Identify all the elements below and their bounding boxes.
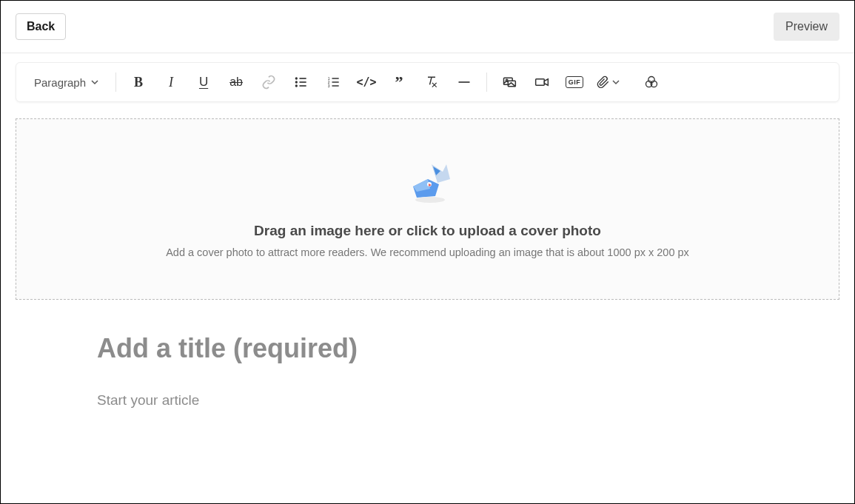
blockquote-button[interactable]: ” <box>384 69 414 95</box>
link-icon <box>261 75 276 90</box>
bullet-list-button[interactable] <box>286 69 316 95</box>
underline-icon: U <box>199 75 208 90</box>
bold-button[interactable]: B <box>124 69 153 95</box>
article-body-input[interactable] <box>97 392 758 441</box>
clear-formatting-button[interactable] <box>417 69 446 95</box>
toolbar-divider <box>486 73 487 92</box>
image-icon <box>502 75 517 90</box>
paragraph-style-dropdown[interactable]: Paragraph <box>25 72 108 93</box>
cover-photo-dropzone[interactable]: Drag an image here or click to upload a … <box>16 118 839 300</box>
insert-video-button[interactable] <box>527 69 557 95</box>
svg-point-0 <box>296 78 298 79</box>
strikethrough-icon: ab <box>229 75 243 89</box>
insert-gif-button[interactable]: GIF <box>560 69 589 95</box>
chevron-down-icon <box>90 78 99 87</box>
code-block-button[interactable]: </> <box>352 69 381 95</box>
strikethrough-button[interactable]: ab <box>221 69 251 95</box>
insert-image-button[interactable] <box>494 69 524 95</box>
bullet-list-icon <box>294 75 309 90</box>
back-button[interactable]: Back <box>16 13 66 40</box>
article-title-input[interactable] <box>97 333 758 364</box>
italic-icon: I <box>169 75 173 90</box>
link-button[interactable] <box>254 69 284 95</box>
svg-text:3: 3 <box>328 84 330 88</box>
upload-illustration <box>402 161 454 205</box>
clear-formatting-icon <box>424 75 439 90</box>
svg-point-2 <box>296 81 298 83</box>
page-header: Back Preview <box>1 1 854 53</box>
svg-marker-20 <box>432 164 450 183</box>
video-icon <box>534 75 549 90</box>
svg-rect-16 <box>536 79 545 85</box>
paperclip-icon <box>597 75 610 90</box>
numbered-list-button[interactable]: 1 2 3 <box>319 69 349 95</box>
cover-dropzone-title: Drag an image here or click to upload a … <box>254 223 601 239</box>
horizontal-rule-icon <box>457 75 472 90</box>
bold-icon: B <box>134 75 143 90</box>
gif-icon: GIF <box>566 76 584 88</box>
more-options-button[interactable] <box>637 69 666 95</box>
horizontal-rule-button[interactable] <box>449 69 479 95</box>
preview-button[interactable]: Preview <box>774 13 839 41</box>
paragraph-style-label: Paragraph <box>34 76 86 89</box>
italic-button[interactable]: I <box>156 69 186 95</box>
attachment-dropdown[interactable] <box>592 72 625 93</box>
svg-point-4 <box>296 85 298 87</box>
numbered-list-icon: 1 2 3 <box>326 75 341 90</box>
editor-toolbar: Paragraph B I U ab <box>16 62 839 102</box>
chevron-down-icon <box>611 78 620 87</box>
overlap-circles-icon <box>644 75 659 90</box>
code-icon: </> <box>357 75 377 89</box>
svg-point-24 <box>415 197 445 203</box>
toolbar-container: Paragraph B I U ab <box>1 53 854 102</box>
underline-button[interactable]: U <box>189 69 218 95</box>
toolbar-divider <box>115 73 116 92</box>
cover-dropzone-subtitle: Add a cover photo to attract more reader… <box>166 246 689 258</box>
editor-content <box>1 300 854 444</box>
